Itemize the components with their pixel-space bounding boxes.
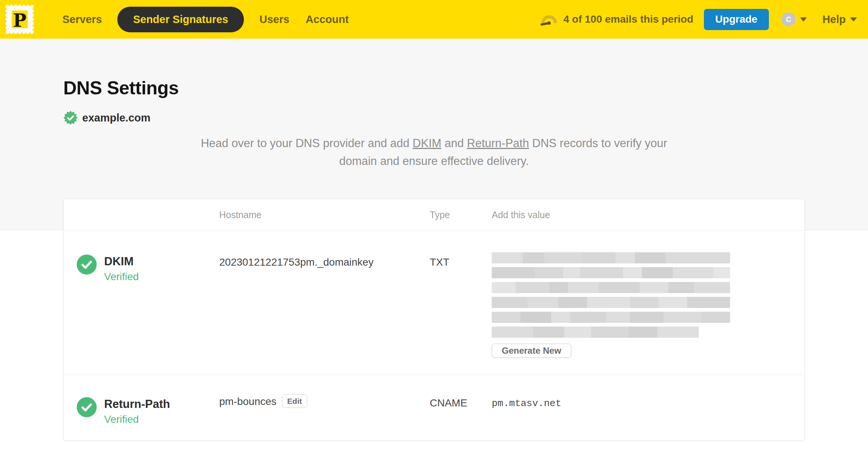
header-type: Type (430, 210, 492, 220)
edit-button[interactable]: Edit (282, 394, 307, 408)
stamp-icon: P (5, 4, 34, 34)
verified-check-icon (77, 397, 97, 417)
return-path-link[interactable]: Return-Path (467, 137, 529, 150)
status-badge: Verified (104, 271, 139, 283)
header-value: Add this value (492, 210, 805, 220)
intro-part1: Head over to your DNS provider and add (201, 137, 412, 150)
return-path-type: CNAME (430, 375, 492, 440)
hostname-text: pm-bounces (219, 396, 277, 408)
domain-row: example.com (63, 111, 805, 125)
main-nav: Servers Sender Signatures Users Account (54, 7, 357, 32)
status-badge: Verified (104, 414, 170, 425)
dkim-type: TXT (430, 231, 492, 374)
redacted-value-bar (492, 252, 730, 263)
return-path-status-cell: Return-Path Verified (64, 375, 219, 440)
dkim-status-cell: DKIM Verified (64, 231, 219, 374)
help-menu[interactable]: Help (822, 13, 857, 26)
dkim-link[interactable]: DKIM (412, 137, 441, 150)
record-name: DKIM (104, 255, 139, 268)
dkim-hostname: 20230121221753pm._domainkey (219, 231, 430, 374)
return-path-hostname: pm-bounces Edit (219, 375, 430, 440)
table-header: Hostname Type Add this value (64, 199, 805, 231)
svg-text:P: P (13, 10, 26, 31)
domain-name: example.com (82, 112, 151, 124)
table-row-return-path: Return-Path Verified pm-bounces Edit CNA… (64, 374, 805, 440)
generate-new-button[interactable]: Generate New (492, 344, 571, 358)
table-row-dkim: DKIM Verified 20230121221753pm._domainke… (64, 231, 805, 374)
redacted-value-bar (492, 267, 730, 278)
navbar-right: 4 of 100 emails this period Upgrade C He… (540, 9, 857, 30)
dkim-value-cell: Generate New (492, 231, 805, 374)
redacted-value-bar (492, 312, 730, 323)
redacted-value-bar (492, 297, 730, 308)
help-label: Help (822, 13, 846, 26)
chevron-down-icon (850, 17, 857, 22)
verified-check-icon (77, 254, 97, 275)
account-menu[interactable]: C (781, 12, 807, 26)
hostname-text: 20230121221753pm._domainkey (219, 256, 374, 268)
nav-item-account[interactable]: Account (306, 13, 349, 26)
return-path-value: pm.mtasv.net (492, 375, 805, 440)
intro-part2: and (441, 137, 467, 150)
main-content: DNS Settings example.com Head over to yo… (0, 39, 868, 454)
verified-seal-icon (63, 111, 78, 125)
postmark-logo[interactable]: P (5, 4, 34, 34)
header-hostname: Hostname (219, 210, 430, 220)
usage-gauge-icon (540, 13, 558, 26)
redacted-value-bar (492, 282, 730, 293)
record-name: Return-Path (104, 398, 170, 411)
redacted-value-bar (492, 327, 699, 338)
page-title: DNS Settings (63, 39, 805, 99)
dns-records-card: Hostname Type Add this value DKIM Verifi… (63, 199, 805, 441)
nav-item-servers[interactable]: Servers (62, 13, 102, 26)
chevron-down-icon (800, 17, 807, 22)
top-navbar: P Servers Sender Signatures Users Accoun… (0, 0, 868, 39)
intro-text: Head over to your DNS provider and add D… (196, 134, 672, 170)
upgrade-button[interactable]: Upgrade (704, 9, 769, 30)
usage-counter: 4 of 100 emails this period (563, 13, 693, 25)
avatar[interactable]: C (781, 12, 796, 26)
nav-item-sender-signatures[interactable]: Sender Signatures (117, 7, 244, 32)
nav-item-users[interactable]: Users (260, 13, 290, 26)
